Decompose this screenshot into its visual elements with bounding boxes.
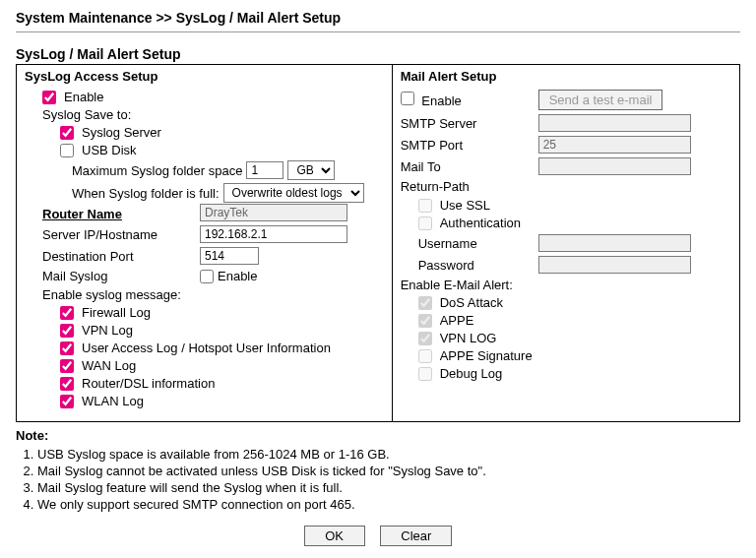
return-path-label: Return-Path (401, 179, 538, 194)
server-ip-label: Server IP/Hostname (42, 227, 200, 242)
mail-enable-checkbox[interactable] (401, 92, 414, 105)
smtp-server-label: SMTP Server (401, 116, 538, 131)
syslog-log-checkbox[interactable] (60, 341, 74, 355)
username-label: Username (418, 236, 538, 251)
email-alert-label: APPE (440, 313, 474, 328)
syslog-log-checkbox[interactable] (60, 377, 74, 391)
divider (16, 31, 740, 32)
router-name-label: Router Name (42, 207, 200, 221)
smtp-port-label: SMTP Port (401, 138, 538, 153)
note-item: We only support secured SMTP connection … (37, 497, 740, 512)
syslog-server-label: Syslog Server (82, 125, 161, 140)
email-alert-label: VPN LOG (440, 331, 497, 345)
mail-to-label: Mail To (401, 159, 538, 174)
section-title: SysLog / Mail Alert Setup (16, 46, 740, 62)
max-folder-label: Maximum Syslog folder space (72, 163, 242, 178)
when-full-select[interactable]: Overwrite oldest logs (223, 183, 364, 203)
config-panel: SysLog Access Setup Enable Syslog Save t… (16, 64, 740, 422)
syslog-save-to-label: Syslog Save to: (42, 107, 131, 122)
email-alert-checkbox[interactable] (418, 296, 432, 310)
syslog-log-label: User Access Log / Hotspot User Informati… (82, 341, 331, 355)
syslog-access-setup: SysLog Access Setup Enable Syslog Save t… (17, 65, 393, 421)
note-item: Mail Syslog feature will send the Syslog… (37, 480, 740, 495)
syslog-enable-label: Enable (64, 90, 103, 104)
email-alert-checkbox[interactable] (418, 332, 432, 345)
mail-alert-setup: Mail Alert Setup Enable Send a test e-ma… (393, 65, 739, 421)
syslog-log-label: VPN Log (82, 323, 133, 338)
clear-button[interactable]: Clear (380, 526, 452, 546)
password-input[interactable] (538, 256, 691, 274)
smtp-port-input[interactable] (538, 136, 691, 154)
syslog-log-label: WLAN Log (82, 394, 144, 408)
syslog-log-label: WAN Log (82, 358, 136, 373)
usb-disk-label: USB Disk (82, 143, 137, 157)
enable-email-alert-label: Enable E-Mail Alert: (401, 278, 513, 292)
note-item: USB Syslog space is available from 256-1… (37, 447, 740, 462)
breadcrumb: System Maintenance >> SysLog / Mail Aler… (16, 10, 740, 26)
note-heading: Note: (16, 428, 740, 443)
email-alert-checkbox[interactable] (418, 314, 432, 328)
mail-syslog-label: Mail Syslog (42, 269, 200, 283)
dest-port-input[interactable] (200, 247, 259, 265)
authentication-checkbox[interactable] (418, 217, 432, 230)
use-ssl-label: Use SSL (440, 198, 490, 213)
syslog-enable-checkbox[interactable] (42, 91, 56, 104)
syslog-log-checkbox[interactable] (60, 395, 74, 408)
syslog-log-checkbox[interactable] (60, 359, 74, 373)
email-alert-label: APPE Signature (440, 348, 533, 363)
router-name-input[interactable] (200, 204, 347, 221)
server-ip-input[interactable] (200, 225, 347, 243)
email-alert-checkbox[interactable] (418, 349, 432, 363)
max-folder-input[interactable] (246, 161, 284, 179)
username-input[interactable] (538, 234, 691, 252)
dest-port-label: Destination Port (42, 249, 200, 264)
mail-alert-header: Mail Alert Setup (401, 69, 731, 84)
syslog-log-label: Router/DSL information (82, 376, 215, 391)
email-alert-checkbox[interactable] (418, 367, 432, 381)
send-test-email-button[interactable]: Send a test e-mail (538, 90, 663, 110)
mail-enable-label: Enable (421, 93, 461, 108)
max-folder-unit-select[interactable]: GB (287, 160, 335, 180)
smtp-server-input[interactable] (538, 114, 691, 132)
when-full-label: When Syslog folder is full: (72, 186, 220, 201)
ok-button[interactable]: OK (304, 526, 365, 546)
usb-disk-checkbox[interactable] (60, 144, 74, 157)
enable-syslog-message-label: Enable syslog message: (42, 287, 181, 302)
email-alert-label: DoS Attack (440, 295, 503, 310)
mail-to-input[interactable] (538, 157, 691, 175)
syslog-server-checkbox[interactable] (60, 126, 74, 140)
note-item: Mail Syslog cannot be activated unless U… (37, 464, 740, 478)
authentication-label: Authentication (440, 216, 521, 230)
password-label: Password (418, 258, 538, 273)
syslog-log-checkbox[interactable] (60, 324, 74, 338)
syslog-log-label: Firewall Log (82, 305, 151, 320)
email-alert-label: Debug Log (440, 366, 503, 381)
use-ssl-checkbox[interactable] (418, 199, 432, 213)
notes-list: USB Syslog space is available from 256-1… (37, 447, 740, 512)
syslog-access-header: SysLog Access Setup (25, 69, 384, 84)
syslog-log-checkbox[interactable] (60, 306, 74, 320)
mail-syslog-enable-label: Enable (218, 269, 257, 283)
mail-syslog-enable-checkbox[interactable] (200, 270, 214, 283)
